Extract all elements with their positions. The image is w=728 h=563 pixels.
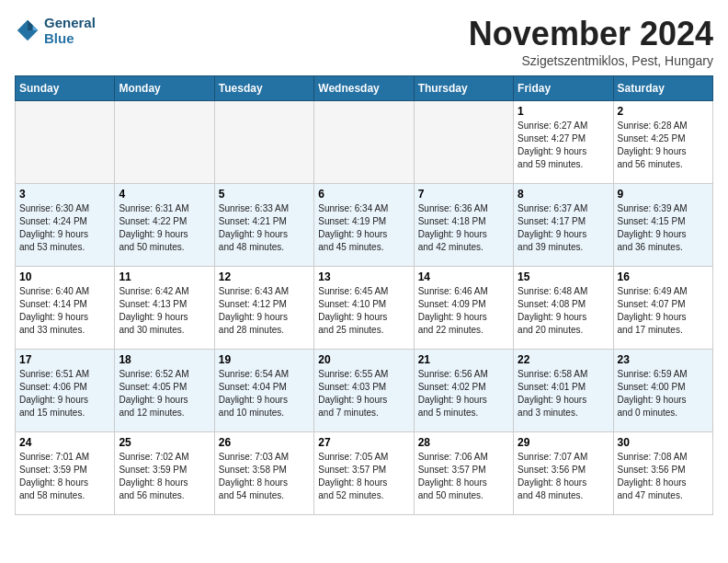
day-number: 2 [618, 105, 709, 118]
day-info: Sunrise: 7:08 AM Sunset: 3:56 PM Dayligh… [618, 451, 709, 502]
calendar-header-wednesday: Wednesday [314, 76, 414, 101]
day-number: 18 [119, 353, 210, 366]
calendar-header-saturday: Saturday [613, 76, 712, 101]
day-info: Sunrise: 6:33 AM Sunset: 4:21 PM Dayligh… [219, 202, 310, 254]
title-section: November 2024 Szigetszentmiklos, Pest, H… [469, 15, 713, 68]
day-number: 24 [19, 436, 110, 449]
calendar-cell: 8Sunrise: 6:37 AM Sunset: 4:17 PM Daylig… [514, 184, 613, 267]
calendar-cell: 2Sunrise: 6:28 AM Sunset: 4:25 PM Daylig… [613, 101, 712, 184]
day-info: Sunrise: 6:46 AM Sunset: 4:09 PM Dayligh… [418, 285, 509, 337]
calendar-cell: 15Sunrise: 6:48 AM Sunset: 4:08 PM Dayli… [514, 267, 613, 350]
calendar-cell: 22Sunrise: 6:58 AM Sunset: 4:01 PM Dayli… [514, 350, 613, 432]
calendar-cell: 9Sunrise: 6:39 AM Sunset: 4:15 PM Daylig… [613, 184, 712, 267]
day-number: 17 [19, 353, 110, 366]
calendar-table: SundayMondayTuesdayWednesdayThursdayFrid… [15, 75, 713, 515]
calendar-cell: 17Sunrise: 6:51 AM Sunset: 4:06 PM Dayli… [16, 350, 115, 432]
calendar-cell: 5Sunrise: 6:33 AM Sunset: 4:21 PM Daylig… [214, 184, 313, 267]
calendar-header-thursday: Thursday [414, 76, 513, 101]
day-number: 8 [518, 188, 609, 201]
day-number: 6 [318, 188, 409, 201]
calendar-cell: 19Sunrise: 6:54 AM Sunset: 4:04 PM Dayli… [214, 350, 313, 432]
day-number: 1 [518, 105, 609, 118]
calendar-cell: 24Sunrise: 7:01 AM Sunset: 3:59 PM Dayli… [16, 432, 115, 515]
day-number: 12 [219, 270, 310, 283]
calendar-cell: 18Sunrise: 6:52 AM Sunset: 4:05 PM Dayli… [115, 350, 214, 432]
calendar-week-row: 17Sunrise: 6:51 AM Sunset: 4:06 PM Dayli… [16, 350, 713, 432]
day-number: 23 [618, 353, 709, 366]
day-number: 3 [19, 188, 110, 201]
calendar-cell: 6Sunrise: 6:34 AM Sunset: 4:19 PM Daylig… [314, 184, 414, 267]
day-info: Sunrise: 6:45 AM Sunset: 4:10 PM Dayligh… [318, 285, 409, 337]
day-info: Sunrise: 6:51 AM Sunset: 4:06 PM Dayligh… [19, 368, 110, 419]
logo: General Blue [15, 15, 96, 46]
calendar-cell: 28Sunrise: 7:06 AM Sunset: 3:57 PM Dayli… [414, 432, 513, 515]
day-number: 21 [418, 353, 509, 366]
day-number: 29 [518, 436, 609, 449]
day-info: Sunrise: 6:30 AM Sunset: 4:24 PM Dayligh… [19, 202, 110, 254]
day-number: 26 [219, 436, 310, 449]
day-number: 20 [318, 353, 409, 366]
day-info: Sunrise: 6:37 AM Sunset: 4:17 PM Dayligh… [518, 202, 609, 254]
calendar-cell: 30Sunrise: 7:08 AM Sunset: 3:56 PM Dayli… [613, 432, 712, 515]
day-number: 15 [518, 270, 609, 283]
calendar-header-friday: Friday [514, 76, 613, 101]
calendar-cell: 21Sunrise: 6:56 AM Sunset: 4:02 PM Dayli… [414, 350, 513, 432]
day-info: Sunrise: 7:03 AM Sunset: 3:58 PM Dayligh… [219, 451, 310, 502]
day-info: Sunrise: 6:49 AM Sunset: 4:07 PM Dayligh… [618, 285, 709, 337]
day-info: Sunrise: 6:39 AM Sunset: 4:15 PM Dayligh… [618, 202, 709, 254]
day-number: 22 [518, 353, 609, 366]
page-header: General Blue November 2024 Szigetszentmi… [15, 15, 713, 68]
day-info: Sunrise: 6:58 AM Sunset: 4:01 PM Dayligh… [518, 368, 609, 419]
calendar-cell: 4Sunrise: 6:31 AM Sunset: 4:22 PM Daylig… [115, 184, 214, 267]
calendar-cell [16, 101, 115, 184]
day-number: 14 [418, 270, 509, 283]
day-info: Sunrise: 7:05 AM Sunset: 3:57 PM Dayligh… [318, 451, 409, 502]
calendar-cell: 23Sunrise: 6:59 AM Sunset: 4:00 PM Dayli… [613, 350, 712, 432]
day-info: Sunrise: 7:02 AM Sunset: 3:59 PM Dayligh… [119, 451, 210, 502]
day-number: 27 [318, 436, 409, 449]
day-number: 4 [119, 188, 210, 201]
day-number: 28 [418, 436, 509, 449]
logo-icon [15, 17, 40, 43]
calendar-cell: 3Sunrise: 6:30 AM Sunset: 4:24 PM Daylig… [16, 184, 115, 267]
calendar-header-row: SundayMondayTuesdayWednesdayThursdayFrid… [16, 76, 713, 101]
day-number: 7 [418, 188, 509, 201]
day-number: 5 [219, 188, 310, 201]
day-info: Sunrise: 6:54 AM Sunset: 4:04 PM Dayligh… [219, 368, 310, 419]
calendar-cell: 11Sunrise: 6:42 AM Sunset: 4:13 PM Dayli… [115, 267, 214, 350]
calendar-cell: 13Sunrise: 6:45 AM Sunset: 4:10 PM Dayli… [314, 267, 414, 350]
calendar-cell: 20Sunrise: 6:55 AM Sunset: 4:03 PM Dayli… [314, 350, 414, 432]
day-number: 30 [618, 436, 709, 449]
calendar-cell [414, 101, 513, 184]
month-title: November 2024 [469, 15, 713, 53]
day-info: Sunrise: 6:56 AM Sunset: 4:02 PM Dayligh… [418, 368, 509, 419]
calendar-cell: 25Sunrise: 7:02 AM Sunset: 3:59 PM Dayli… [115, 432, 214, 515]
calendar-cell [115, 101, 214, 184]
calendar-cell: 26Sunrise: 7:03 AM Sunset: 3:58 PM Dayli… [214, 432, 313, 515]
calendar-week-row: 3Sunrise: 6:30 AM Sunset: 4:24 PM Daylig… [16, 184, 713, 267]
calendar-cell [314, 101, 414, 184]
calendar-cell: 14Sunrise: 6:46 AM Sunset: 4:09 PM Dayli… [414, 267, 513, 350]
day-info: Sunrise: 7:07 AM Sunset: 3:56 PM Dayligh… [518, 451, 609, 502]
day-info: Sunrise: 6:59 AM Sunset: 4:00 PM Dayligh… [618, 368, 709, 419]
calendar-cell [214, 101, 313, 184]
day-info: Sunrise: 6:36 AM Sunset: 4:18 PM Dayligh… [418, 202, 509, 254]
day-info: Sunrise: 6:34 AM Sunset: 4:19 PM Dayligh… [318, 202, 409, 254]
calendar-week-row: 24Sunrise: 7:01 AM Sunset: 3:59 PM Dayli… [16, 432, 713, 515]
day-info: Sunrise: 6:52 AM Sunset: 4:05 PM Dayligh… [119, 368, 210, 419]
day-number: 19 [219, 353, 310, 366]
day-info: Sunrise: 6:55 AM Sunset: 4:03 PM Dayligh… [318, 368, 409, 419]
day-info: Sunrise: 6:48 AM Sunset: 4:08 PM Dayligh… [518, 285, 609, 337]
day-info: Sunrise: 6:28 AM Sunset: 4:25 PM Dayligh… [618, 120, 709, 171]
calendar-cell: 10Sunrise: 6:40 AM Sunset: 4:14 PM Dayli… [16, 267, 115, 350]
day-number: 13 [318, 270, 409, 283]
svg-marker-1 [28, 20, 38, 30]
day-number: 9 [618, 188, 709, 201]
calendar-cell: 12Sunrise: 6:43 AM Sunset: 4:12 PM Dayli… [214, 267, 313, 350]
calendar-week-row: 1Sunrise: 6:27 AM Sunset: 4:27 PM Daylig… [16, 101, 713, 184]
day-number: 25 [119, 436, 210, 449]
calendar-cell: 27Sunrise: 7:05 AM Sunset: 3:57 PM Dayli… [314, 432, 414, 515]
calendar-header-sunday: Sunday [16, 76, 115, 101]
day-info: Sunrise: 6:42 AM Sunset: 4:13 PM Dayligh… [119, 285, 210, 337]
svg-marker-2 [33, 25, 39, 30]
